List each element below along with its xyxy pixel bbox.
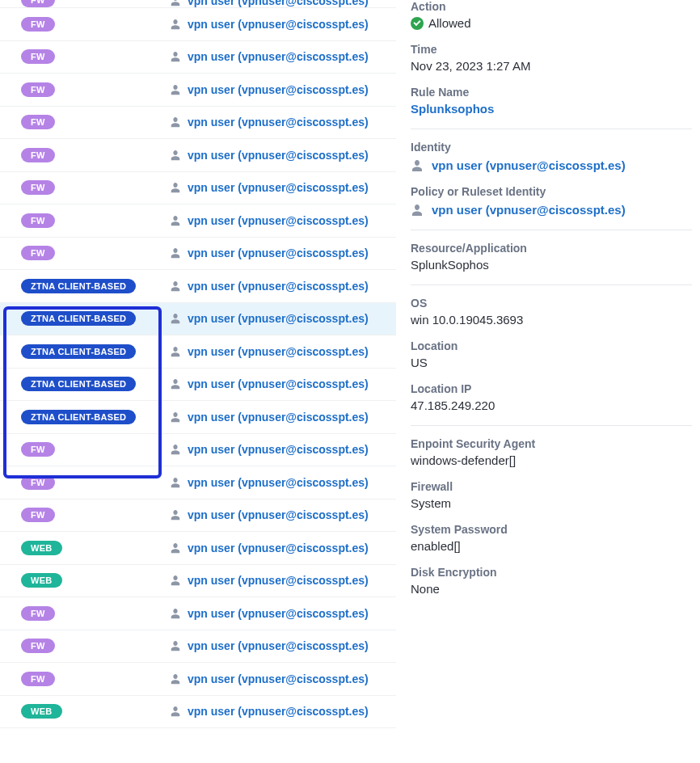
user-cell: vpn user (vpnuser@ciscosspt.es) [170, 377, 396, 390]
user-link[interactable]: vpn user (vpnuser@ciscosspt.es) [188, 443, 369, 456]
table-row[interactable]: ZTNA CLIENT-BASEDvpn user (vpnuser@cisco… [0, 303, 396, 336]
table-row[interactable]: WEBvpn user (vpnuser@ciscosspt.es) [0, 696, 396, 729]
badge-cell: ZTNA CLIENT-BASED [0, 377, 170, 391]
syspwd-value: enabled[] [411, 539, 692, 553]
user-cell: vpn user (vpnuser@ciscosspt.es) [170, 508, 396, 521]
user-link[interactable]: vpn user (vpnuser@ciscosspt.es) [188, 377, 369, 390]
user-cell: vpn user (vpnuser@ciscosspt.es) [170, 312, 396, 325]
badge-cell: FW [0, 148, 170, 162]
table-row[interactable]: ZTNA CLIENT-BASEDvpn user (vpnuser@cisco… [0, 401, 396, 434]
table-row[interactable]: FWvpn user (vpnuser@ciscosspt.es) [0, 107, 396, 140]
user-icon [170, 673, 181, 685]
user-icon [170, 346, 181, 357]
type-badge: FW [21, 82, 55, 97]
user-link[interactable]: vpn user (vpnuser@ciscosspt.es) [188, 542, 369, 554]
badge-cell: WEB [0, 704, 170, 719]
user-icon [170, 19, 181, 30]
badge-cell: FW [0, 508, 170, 522]
disk-label: Disk Encryption [411, 566, 692, 579]
type-badge: FW [21, 672, 55, 686]
time-value: Nov 23, 2023 1:27 AM [411, 59, 692, 73]
user-icon [170, 51, 181, 62]
user-icon [170, 640, 181, 651]
type-badge: FW [21, 508, 55, 522]
table-row[interactable]: FWvpn user (vpnuser@ciscosspt.es) [0, 204, 396, 238]
type-badge: ZTNA CLIENT-BASED [21, 410, 136, 424]
user-link[interactable]: vpn user (vpnuser@ciscosspt.es) [188, 50, 369, 63]
endpoint-value: windows-defender[] [411, 453, 692, 467]
user-link[interactable]: vpn user (vpnuser@ciscosspt.es) [188, 247, 369, 259]
table-row[interactable]: ZTNA CLIENT-BASEDvpn user (vpnuser@cisco… [0, 270, 396, 303]
identity-label: Identity [411, 141, 692, 154]
user-link[interactable]: vpn user (vpnuser@ciscosspt.es) [188, 214, 369, 227]
table-row[interactable]: FWvpn user (vpnuser@ciscosspt.es) [0, 0, 396, 8]
table-row[interactable]: FWvpn user (vpnuser@ciscosspt.es) [0, 663, 396, 696]
user-link[interactable]: vpn user (vpnuser@ciscosspt.es) [188, 345, 369, 358]
user-cell: vpn user (vpnuser@ciscosspt.es) [170, 411, 396, 424]
table-row[interactable]: WEBvpn user (vpnuser@ciscosspt.es) [0, 565, 396, 598]
type-badge: FW [21, 115, 55, 129]
user-link[interactable]: vpn user (vpnuser@ciscosspt.es) [188, 672, 369, 685]
type-badge: FW [21, 180, 55, 195]
user-link[interactable]: vpn user (vpnuser@ciscosspt.es) [188, 476, 369, 489]
user-link[interactable]: vpn user (vpnuser@ciscosspt.es) [188, 0, 369, 7]
table-row[interactable]: FWvpn user (vpnuser@ciscosspt.es) [0, 597, 396, 630]
identity-link[interactable]: vpn user (vpnuser@ciscosspt.es) [432, 158, 626, 172]
resource-label: Resource/Application [411, 242, 692, 255]
table-row[interactable]: FWvpn user (vpnuser@ciscosspt.es) [0, 74, 396, 107]
user-link[interactable]: vpn user (vpnuser@ciscosspt.es) [188, 149, 369, 162]
user-link[interactable]: vpn user (vpnuser@ciscosspt.es) [188, 411, 369, 424]
badge-cell: ZTNA CLIENT-BASED [0, 279, 170, 293]
rule-name-link[interactable]: Splunksophos [411, 102, 692, 116]
user-cell: vpn user (vpnuser@ciscosspt.es) [170, 443, 396, 456]
user-cell: vpn user (vpnuser@ciscosspt.es) [170, 280, 396, 293]
type-badge: WEB [21, 573, 62, 588]
user-cell: vpn user (vpnuser@ciscosspt.es) [170, 50, 396, 63]
badge-cell: FW [0, 213, 170, 228]
table-row[interactable]: ZTNA CLIENT-BASEDvpn user (vpnuser@cisco… [0, 369, 396, 402]
table-row[interactable]: FWvpn user (vpnuser@ciscosspt.es) [0, 238, 396, 271]
table-row[interactable]: ZTNA CLIENT-BASEDvpn user (vpnuser@cisco… [0, 335, 396, 369]
user-icon [411, 204, 424, 217]
detail-panel: Action Allowed Time Nov 23, 2023 1:27 AM… [396, 0, 700, 728]
user-cell: vpn user (vpnuser@ciscosspt.es) [170, 607, 396, 620]
user-link[interactable]: vpn user (vpnuser@ciscosspt.es) [188, 116, 369, 129]
policy-identity-link[interactable]: vpn user (vpnuser@ciscosspt.es) [432, 203, 626, 217]
user-icon [170, 378, 181, 390]
user-cell: vpn user (vpnuser@ciscosspt.es) [170, 149, 396, 162]
user-link[interactable]: vpn user (vpnuser@ciscosspt.es) [188, 705, 369, 718]
resource-value: SplunkSophos [411, 258, 692, 272]
user-link[interactable]: vpn user (vpnuser@ciscosspt.es) [188, 312, 369, 325]
firewall-value: System [411, 496, 692, 510]
user-icon [170, 116, 181, 128]
table-row[interactable]: FWvpn user (vpnuser@ciscosspt.es) [0, 139, 396, 172]
user-link[interactable]: vpn user (vpnuser@ciscosspt.es) [188, 574, 369, 587]
user-link[interactable]: vpn user (vpnuser@ciscosspt.es) [188, 83, 369, 96]
user-link[interactable]: vpn user (vpnuser@ciscosspt.es) [188, 181, 369, 194]
user-link[interactable]: vpn user (vpnuser@ciscosspt.es) [188, 280, 369, 293]
user-icon [170, 608, 181, 619]
table-row[interactable]: FWvpn user (vpnuser@ciscosspt.es) [0, 500, 396, 533]
user-link[interactable]: vpn user (vpnuser@ciscosspt.es) [188, 639, 369, 652]
table-row[interactable]: FWvpn user (vpnuser@ciscosspt.es) [0, 172, 396, 205]
type-badge: WEB [21, 541, 62, 555]
table-row[interactable]: WEBvpn user (vpnuser@ciscosspt.es) [0, 532, 396, 565]
table-row[interactable]: FWvpn user (vpnuser@ciscosspt.es) [0, 8, 396, 41]
badge-cell: FW [0, 475, 170, 490]
badge-cell: FW [0, 246, 170, 260]
type-badge: FW [21, 148, 55, 162]
user-link[interactable]: vpn user (vpnuser@ciscosspt.es) [188, 18, 369, 31]
table-row[interactable]: FWvpn user (vpnuser@ciscosspt.es) [0, 434, 396, 467]
user-icon [170, 509, 181, 521]
badge-cell: FW [0, 180, 170, 195]
type-badge: FW [21, 442, 55, 457]
table-row[interactable]: FWvpn user (vpnuser@ciscosspt.es) [0, 466, 396, 500]
table-row[interactable]: FWvpn user (vpnuser@ciscosspt.es) [0, 41, 396, 74]
firewall-label: Firewall [411, 480, 692, 493]
user-icon [170, 150, 181, 161]
user-link[interactable]: vpn user (vpnuser@ciscosspt.es) [188, 508, 369, 521]
user-link[interactable]: vpn user (vpnuser@ciscosspt.es) [188, 607, 369, 620]
type-badge: FW [21, 639, 55, 653]
action-value: Allowed [428, 16, 471, 30]
table-row[interactable]: FWvpn user (vpnuser@ciscosspt.es) [0, 630, 396, 664]
